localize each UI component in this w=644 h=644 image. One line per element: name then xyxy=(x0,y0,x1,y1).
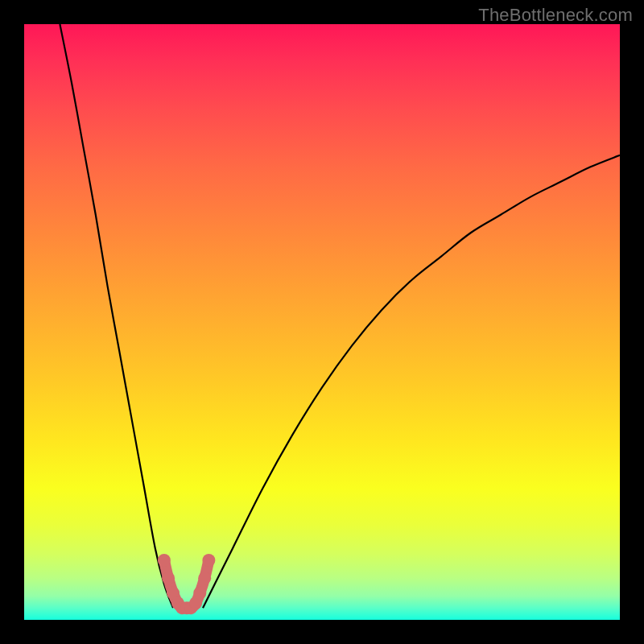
curve-group xyxy=(60,24,620,614)
optimal-marker-dot xyxy=(158,554,171,567)
bottleneck-curve-left xyxy=(60,24,173,608)
bottleneck-curve-right xyxy=(203,155,620,608)
plot-area xyxy=(24,24,620,620)
optimal-segment-path xyxy=(164,560,209,609)
optimal-marker-dot xyxy=(202,554,215,567)
chart-frame: TheBottleneck.com xyxy=(0,0,644,644)
optimal-segment-markers xyxy=(158,554,216,614)
optimal-marker-dot xyxy=(193,587,206,600)
optimal-marker-dot xyxy=(162,572,175,584)
optimal-marker-dot xyxy=(198,572,211,584)
bottleneck-curve-svg xyxy=(24,24,620,620)
watermark-text: TheBottleneck.com xyxy=(478,5,633,26)
